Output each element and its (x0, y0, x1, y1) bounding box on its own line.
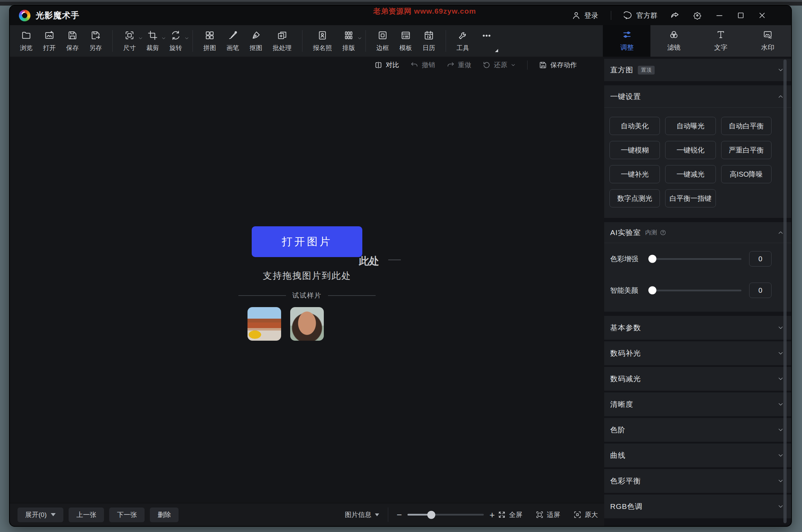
zoom-out-button[interactable]: − (397, 510, 402, 519)
chevron-down-icon[interactable] (777, 375, 784, 382)
section-basic-params[interactable]: 基本参数 (604, 316, 791, 340)
section-rgb-tone[interactable]: RGB色调 (604, 495, 791, 518)
delete-image-button[interactable]: 删除 (150, 508, 179, 522)
toolbar-item-more[interactable] (474, 30, 499, 51)
close-button[interactable] (758, 11, 767, 20)
quick-button-one-key-blur[interactable]: 一键模糊 (609, 141, 660, 159)
tab-text[interactable]: 文字 (697, 25, 744, 57)
tab-adjust[interactable]: 调整 (604, 25, 650, 57)
image-info-button[interactable]: 图片信息 (345, 510, 379, 519)
chevron-down-icon[interactable] (777, 324, 784, 331)
color-enhance-slider-knob[interactable] (648, 255, 656, 263)
previous-image-button[interactable]: 上一张 (69, 508, 104, 522)
section-quick-settings[interactable]: 一键设置 (604, 85, 791, 108)
section-color-balance[interactable]: 色彩平衡 (604, 469, 791, 493)
compare-button[interactable]: 对比 (374, 61, 399, 70)
chevron-down-icon[interactable] (777, 477, 784, 484)
open-image-button[interactable]: 打开图片 (252, 226, 362, 257)
undo-button[interactable]: 撤销 (410, 61, 435, 70)
chevron-down-icon[interactable] (777, 426, 784, 433)
zoom-slider-knob[interactable] (427, 511, 435, 519)
minimize-button[interactable] (715, 11, 724, 20)
toolbar-item-collage[interactable]: 拼图 (198, 30, 221, 52)
chevron-down-icon[interactable] (777, 503, 784, 510)
user-icon (572, 11, 581, 20)
toolbar-item-layout[interactable]: 排版 (337, 30, 360, 52)
section-levels[interactable]: 色阶 (604, 418, 791, 442)
section-ai-lab[interactable]: AI实验室 内测 (604, 222, 791, 243)
undo-icon (410, 61, 419, 69)
restore-button[interactable]: 还原 (482, 61, 516, 70)
share-button[interactable] (670, 10, 680, 20)
sample-thumbnail-portrait[interactable] (290, 307, 324, 341)
login-button[interactable]: 登录 (572, 11, 598, 20)
smart-beautify-slider[interactable] (651, 290, 741, 291)
quick-button-severe-white-balance[interactable]: 严重白平衡 (721, 141, 772, 159)
chevron-down-icon[interactable] (184, 36, 189, 41)
settings-gear-button[interactable] (692, 10, 702, 20)
save-action-button[interactable]: 保存动作 (539, 61, 577, 70)
smart-beautify-slider-knob[interactable] (648, 286, 656, 295)
toolbar-item-id-photo[interactable]: 报名照 (308, 30, 337, 52)
tab-filters[interactable]: 滤镜 (650, 25, 697, 57)
quick-button-digital-spot-metering[interactable]: 数字点测光 (609, 189, 660, 207)
quick-button-auto-beautify[interactable]: 自动美化 (609, 117, 660, 135)
quick-button-fill-light[interactable]: 一键补光 (609, 165, 660, 183)
zoom-in-button[interactable]: + (489, 510, 495, 519)
save-as-icon (90, 30, 101, 41)
toolbar-item-rotate[interactable]: 旋转 (164, 30, 187, 52)
toolbar-item-resize[interactable]: 尺寸 (118, 30, 141, 52)
section-digital-reduce-light[interactable]: 数码减光 (604, 367, 791, 391)
toolbar-divider (446, 30, 446, 52)
pin-top-badge[interactable]: 置顶 (638, 66, 655, 75)
section-clarity[interactable]: 清晰度 (604, 392, 791, 416)
maximize-button[interactable] (737, 11, 745, 20)
quick-button-auto-exposure[interactable]: 自动曝光 (665, 117, 716, 135)
color-enhance-value[interactable]: 0 (749, 251, 772, 267)
toolbar-item-calendar[interactable]: 日历 (417, 30, 440, 52)
restore-icon (482, 61, 491, 69)
sample-thumbnail-desk[interactable] (333, 307, 367, 341)
tab-watermark[interactable]: 水印 (744, 25, 791, 57)
toolbar-item-border[interactable]: 边框 (371, 30, 394, 52)
quick-button-white-balance-one-key[interactable]: 白平衡一指键 (665, 189, 716, 207)
toolbar-item-crop[interactable]: 裁剪 (141, 30, 164, 52)
chevron-down-icon[interactable] (777, 66, 784, 73)
chevron-down-icon[interactable] (777, 452, 784, 459)
main-toolbar: 浏览 打开 保存 另存 尺寸 裁剪 (10, 25, 603, 57)
toolbar-item-brush[interactable]: 画笔 (221, 30, 244, 52)
toolbar-item-template[interactable]: 模板 (394, 30, 417, 52)
smart-beautify-value[interactable]: 0 (749, 283, 772, 298)
help-icon[interactable] (660, 229, 666, 236)
toolbar-item-open[interactable]: 打开 (38, 30, 61, 52)
expand-filmstrip-button[interactable]: 展开(0) (18, 508, 63, 522)
actual-size-button[interactable]: 原大 (573, 510, 598, 519)
quick-button-high-iso-denoise[interactable]: 高ISO降噪 (721, 165, 772, 183)
color-enhance-slider[interactable] (651, 258, 741, 260)
toolbar-item-cutout[interactable]: 抠图 (244, 30, 267, 52)
toolbar-item-save-as[interactable]: 另存 (84, 30, 107, 52)
quick-button-reduce-light[interactable]: 一键减光 (665, 165, 716, 183)
chevron-up-icon[interactable] (777, 93, 784, 100)
next-image-button[interactable]: 下一张 (109, 508, 145, 522)
zoom-slider[interactable] (407, 514, 484, 516)
chevron-down-icon[interactable] (777, 401, 784, 408)
official-group-button[interactable]: 官方群 (624, 11, 657, 20)
section-histogram[interactable]: 直方图 置顶 (604, 59, 791, 81)
toolbar-item-batch[interactable]: 批处理 (267, 30, 297, 52)
chevron-up-icon[interactable] (777, 229, 784, 236)
section-digital-fill-light[interactable]: 数码补光 (604, 341, 791, 365)
toolbar-item-save[interactable]: 保存 (61, 30, 84, 52)
redo-button[interactable]: 重做 (446, 61, 471, 70)
toolbar-item-tools[interactable]: 工具 (451, 30, 474, 52)
section-curves[interactable]: 曲线 (604, 444, 791, 467)
fit-screen-button[interactable]: 适屏 (536, 510, 560, 519)
chevron-down-icon[interactable] (777, 350, 784, 357)
fullscreen-button[interactable]: 全屏 (498, 510, 522, 519)
quick-button-one-key-sharpen[interactable]: 一键锐化 (665, 141, 716, 159)
quick-button-auto-white-balance[interactable]: 自动白平衡 (721, 117, 772, 135)
chevron-down-icon[interactable] (510, 62, 516, 68)
sample-thumbnail-desert[interactable] (247, 307, 281, 341)
toolbar-item-browse[interactable]: 浏览 (15, 30, 38, 52)
chevron-down-icon[interactable] (357, 36, 362, 41)
